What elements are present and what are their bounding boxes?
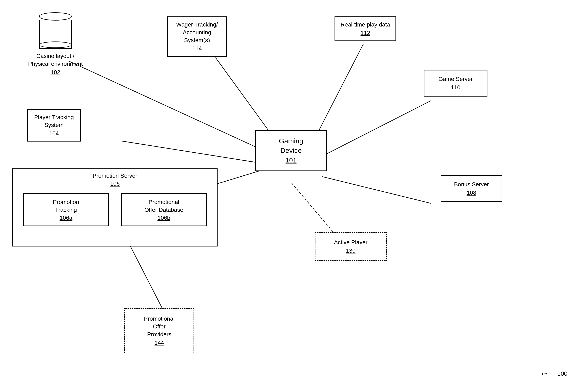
realtime-node: Real-time play data 112 [333, 16, 398, 41]
wager-node: Wager Tracking/ Accounting System(s) 114 [164, 16, 230, 57]
bonus-server-node: Bonus Server 108 [439, 175, 504, 202]
promo-providers-node: Promotional Offer Providers 144 [122, 308, 196, 353]
player-tracking-node: Player Tracking System 104 [25, 109, 83, 142]
promo-providers-label: Promotional Offer Providers [144, 315, 175, 338]
gaming-device-label: GamingDevice [279, 136, 303, 155]
svg-line-1 [122, 141, 261, 163]
realtime-label: Real-time play data [340, 21, 390, 28]
promo-providers-id: 144 [155, 339, 164, 346]
promotion-tracking-box: Promotion Tracking 106a [23, 193, 109, 226]
bonus-server-label: Bonus Server [454, 181, 489, 188]
realtime-box: Real-time play data 112 [335, 16, 396, 41]
promo-offer-db-box: Promotional Offer Database 106b [121, 193, 207, 226]
bonus-server-id: 108 [467, 189, 476, 196]
promotion-server-label: Promotion Server [13, 172, 217, 180]
active-player-box: Active Player 130 [315, 232, 387, 261]
promo-providers-box: Promotional Offer Providers 144 [124, 308, 194, 353]
wager-label: Wager Tracking/ Accounting System(s) [176, 21, 218, 44]
active-player-id: 130 [346, 247, 356, 254]
gaming-device-node: GamingDevice 101 [252, 130, 330, 171]
promotion-tracking-id: 106a [60, 215, 72, 221]
player-tracking-box: Player Tracking System 104 [27, 109, 81, 142]
bonus-server-box: Bonus Server 108 [441, 175, 502, 202]
promotion-server-id: 106 [13, 181, 217, 187]
promo-offer-db-label: Promotional Offer Database [144, 198, 183, 214]
figure-label-area: ↙ — 100 [542, 369, 567, 378]
wager-id: 114 [192, 45, 202, 52]
realtime-id: 112 [361, 29, 370, 37]
player-tracking-label: Player Tracking System [34, 113, 74, 129]
casino-id: 102 [28, 69, 83, 76]
figure-arrow: ↙ [540, 369, 549, 379]
promotion-server-outer: Promotion Server 106 Promotion Tracking … [12, 169, 218, 246]
wager-box: Wager Tracking/ Accounting System(s) 114 [167, 16, 227, 57]
cylinder-top [39, 12, 72, 21]
game-server-node: Game Server 110 [421, 70, 491, 97]
promotion-tracking-label: Promotion Tracking [53, 198, 79, 214]
casino-cylinder [39, 12, 72, 49]
active-player-node: Active Player 130 [312, 232, 390, 261]
game-server-id: 110 [451, 84, 461, 91]
game-server-box: Game Server 110 [424, 70, 487, 97]
game-server-label: Game Server [439, 75, 473, 83]
cylinder-body [39, 20, 72, 49]
active-player-label: Active Player [334, 239, 367, 246]
promo-offer-db-id: 106b [158, 215, 170, 221]
gaming-device-box: GamingDevice 101 [255, 130, 327, 171]
diagram: Casino layout / Physical environment 102… [0, 0, 588, 388]
casino-label: Casino layout / Physical environment [28, 52, 83, 68]
cylinder-bottom [39, 42, 72, 48]
svg-line-5 [322, 177, 431, 203]
player-tracking-id: 104 [49, 130, 59, 137]
gaming-device-id: 101 [286, 156, 296, 165]
casino-node: Casino layout / Physical environment 102 [27, 12, 84, 76]
svg-line-4 [322, 101, 431, 156]
figure-number: — 100 [549, 370, 567, 377]
